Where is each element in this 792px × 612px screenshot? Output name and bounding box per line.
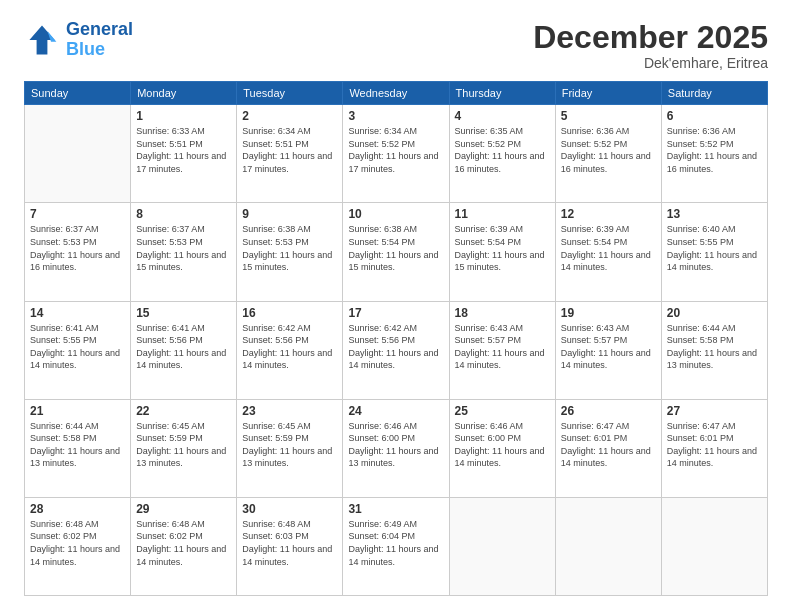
day-number: 17 — [348, 306, 443, 320]
day-number: 12 — [561, 207, 656, 221]
day-info: Sunrise: 6:42 AM Sunset: 5:56 PM Dayligh… — [348, 322, 443, 372]
day-info: Sunrise: 6:45 AM Sunset: 5:59 PM Dayligh… — [136, 420, 231, 470]
day-cell: 10 Sunrise: 6:38 AM Sunset: 5:54 PM Dayl… — [343, 203, 449, 301]
day-cell: 25 Sunrise: 6:46 AM Sunset: 6:00 PM Dayl… — [449, 399, 555, 497]
page: General Blue December 2025 Dek'emhare, E… — [0, 0, 792, 612]
day-info: Sunrise: 6:47 AM Sunset: 6:01 PM Dayligh… — [561, 420, 656, 470]
day-cell: 20 Sunrise: 6:44 AM Sunset: 5:58 PM Dayl… — [661, 301, 767, 399]
day-cell: 4 Sunrise: 6:35 AM Sunset: 5:52 PM Dayli… — [449, 105, 555, 203]
month-title: December 2025 — [533, 20, 768, 55]
day-info: Sunrise: 6:39 AM Sunset: 5:54 PM Dayligh… — [455, 223, 550, 273]
day-cell: 22 Sunrise: 6:45 AM Sunset: 5:59 PM Dayl… — [131, 399, 237, 497]
day-number: 5 — [561, 109, 656, 123]
day-cell — [449, 497, 555, 595]
logo-line2: Blue — [66, 40, 133, 60]
day-cell: 5 Sunrise: 6:36 AM Sunset: 5:52 PM Dayli… — [555, 105, 661, 203]
day-number: 28 — [30, 502, 125, 516]
day-cell: 11 Sunrise: 6:39 AM Sunset: 5:54 PM Dayl… — [449, 203, 555, 301]
weekday-header-monday: Monday — [131, 82, 237, 105]
day-number: 18 — [455, 306, 550, 320]
week-row-1: 1 Sunrise: 6:33 AM Sunset: 5:51 PM Dayli… — [25, 105, 768, 203]
day-number: 31 — [348, 502, 443, 516]
day-cell: 2 Sunrise: 6:34 AM Sunset: 5:51 PM Dayli… — [237, 105, 343, 203]
day-info: Sunrise: 6:42 AM Sunset: 5:56 PM Dayligh… — [242, 322, 337, 372]
day-number: 7 — [30, 207, 125, 221]
day-number: 11 — [455, 207, 550, 221]
day-number: 27 — [667, 404, 762, 418]
logo-icon — [24, 22, 60, 58]
day-info: Sunrise: 6:34 AM Sunset: 5:51 PM Dayligh… — [242, 125, 337, 175]
day-cell: 26 Sunrise: 6:47 AM Sunset: 6:01 PM Dayl… — [555, 399, 661, 497]
day-number: 23 — [242, 404, 337, 418]
day-number: 2 — [242, 109, 337, 123]
day-cell: 7 Sunrise: 6:37 AM Sunset: 5:53 PM Dayli… — [25, 203, 131, 301]
weekday-header-row: SundayMondayTuesdayWednesdayThursdayFrid… — [25, 82, 768, 105]
day-number: 3 — [348, 109, 443, 123]
day-info: Sunrise: 6:43 AM Sunset: 5:57 PM Dayligh… — [455, 322, 550, 372]
day-number: 14 — [30, 306, 125, 320]
day-info: Sunrise: 6:41 AM Sunset: 5:55 PM Dayligh… — [30, 322, 125, 372]
day-cell: 21 Sunrise: 6:44 AM Sunset: 5:58 PM Dayl… — [25, 399, 131, 497]
logo: General Blue — [24, 20, 133, 60]
day-cell — [661, 497, 767, 595]
day-number: 16 — [242, 306, 337, 320]
day-number: 19 — [561, 306, 656, 320]
day-number: 15 — [136, 306, 231, 320]
day-info: Sunrise: 6:46 AM Sunset: 6:00 PM Dayligh… — [348, 420, 443, 470]
day-number: 6 — [667, 109, 762, 123]
day-cell: 16 Sunrise: 6:42 AM Sunset: 5:56 PM Dayl… — [237, 301, 343, 399]
day-info: Sunrise: 6:41 AM Sunset: 5:56 PM Dayligh… — [136, 322, 231, 372]
day-number: 4 — [455, 109, 550, 123]
day-info: Sunrise: 6:37 AM Sunset: 5:53 PM Dayligh… — [136, 223, 231, 273]
day-number: 30 — [242, 502, 337, 516]
weekday-header-tuesday: Tuesday — [237, 82, 343, 105]
day-info: Sunrise: 6:48 AM Sunset: 6:02 PM Dayligh… — [30, 518, 125, 568]
weekday-header-wednesday: Wednesday — [343, 82, 449, 105]
day-info: Sunrise: 6:46 AM Sunset: 6:00 PM Dayligh… — [455, 420, 550, 470]
day-info: Sunrise: 6:45 AM Sunset: 5:59 PM Dayligh… — [242, 420, 337, 470]
day-cell: 3 Sunrise: 6:34 AM Sunset: 5:52 PM Dayli… — [343, 105, 449, 203]
weekday-header-thursday: Thursday — [449, 82, 555, 105]
day-number: 24 — [348, 404, 443, 418]
day-cell: 30 Sunrise: 6:48 AM Sunset: 6:03 PM Dayl… — [237, 497, 343, 595]
day-cell: 19 Sunrise: 6:43 AM Sunset: 5:57 PM Dayl… — [555, 301, 661, 399]
day-cell — [555, 497, 661, 595]
day-cell: 6 Sunrise: 6:36 AM Sunset: 5:52 PM Dayli… — [661, 105, 767, 203]
day-number: 8 — [136, 207, 231, 221]
day-info: Sunrise: 6:40 AM Sunset: 5:55 PM Dayligh… — [667, 223, 762, 273]
day-cell: 23 Sunrise: 6:45 AM Sunset: 5:59 PM Dayl… — [237, 399, 343, 497]
day-info: Sunrise: 6:39 AM Sunset: 5:54 PM Dayligh… — [561, 223, 656, 273]
day-info: Sunrise: 6:47 AM Sunset: 6:01 PM Dayligh… — [667, 420, 762, 470]
day-number: 9 — [242, 207, 337, 221]
day-cell: 9 Sunrise: 6:38 AM Sunset: 5:53 PM Dayli… — [237, 203, 343, 301]
day-info: Sunrise: 6:38 AM Sunset: 5:53 PM Dayligh… — [242, 223, 337, 273]
week-row-2: 7 Sunrise: 6:37 AM Sunset: 5:53 PM Dayli… — [25, 203, 768, 301]
day-cell: 31 Sunrise: 6:49 AM Sunset: 6:04 PM Dayl… — [343, 497, 449, 595]
week-row-5: 28 Sunrise: 6:48 AM Sunset: 6:02 PM Dayl… — [25, 497, 768, 595]
day-cell: 24 Sunrise: 6:46 AM Sunset: 6:00 PM Dayl… — [343, 399, 449, 497]
day-cell: 27 Sunrise: 6:47 AM Sunset: 6:01 PM Dayl… — [661, 399, 767, 497]
logo-line1: General — [66, 20, 133, 40]
day-cell — [25, 105, 131, 203]
day-info: Sunrise: 6:37 AM Sunset: 5:53 PM Dayligh… — [30, 223, 125, 273]
day-info: Sunrise: 6:35 AM Sunset: 5:52 PM Dayligh… — [455, 125, 550, 175]
day-number: 13 — [667, 207, 762, 221]
day-cell: 15 Sunrise: 6:41 AM Sunset: 5:56 PM Dayl… — [131, 301, 237, 399]
location-subtitle: Dek'emhare, Eritrea — [533, 55, 768, 71]
day-info: Sunrise: 6:34 AM Sunset: 5:52 PM Dayligh… — [348, 125, 443, 175]
day-number: 29 — [136, 502, 231, 516]
day-number: 25 — [455, 404, 550, 418]
day-info: Sunrise: 6:33 AM Sunset: 5:51 PM Dayligh… — [136, 125, 231, 175]
week-row-4: 21 Sunrise: 6:44 AM Sunset: 5:58 PM Dayl… — [25, 399, 768, 497]
week-row-3: 14 Sunrise: 6:41 AM Sunset: 5:55 PM Dayl… — [25, 301, 768, 399]
day-cell: 12 Sunrise: 6:39 AM Sunset: 5:54 PM Dayl… — [555, 203, 661, 301]
calendar-table: SundayMondayTuesdayWednesdayThursdayFrid… — [24, 81, 768, 596]
day-info: Sunrise: 6:36 AM Sunset: 5:52 PM Dayligh… — [561, 125, 656, 175]
day-cell: 17 Sunrise: 6:42 AM Sunset: 5:56 PM Dayl… — [343, 301, 449, 399]
day-cell: 29 Sunrise: 6:48 AM Sunset: 6:02 PM Dayl… — [131, 497, 237, 595]
day-info: Sunrise: 6:48 AM Sunset: 6:02 PM Dayligh… — [136, 518, 231, 568]
day-info: Sunrise: 6:43 AM Sunset: 5:57 PM Dayligh… — [561, 322, 656, 372]
day-cell: 13 Sunrise: 6:40 AM Sunset: 5:55 PM Dayl… — [661, 203, 767, 301]
day-info: Sunrise: 6:36 AM Sunset: 5:52 PM Dayligh… — [667, 125, 762, 175]
day-cell: 18 Sunrise: 6:43 AM Sunset: 5:57 PM Dayl… — [449, 301, 555, 399]
